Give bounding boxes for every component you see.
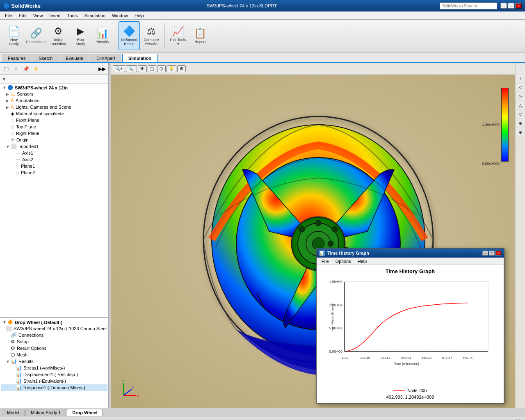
- tab-simulation[interactable]: Simulation: [122, 54, 158, 62]
- search-input[interactable]: [440, 2, 497, 9]
- tree2-results[interactable]: ▼ 📊 Results: [1, 358, 107, 365]
- close-button[interactable]: ✕: [515, 3, 522, 9]
- th-close-button[interactable]: ✕: [495, 251, 501, 256]
- tree-item-origin[interactable]: ✛ Origin: [1, 137, 107, 143]
- tree2-result-options[interactable]: ⚙ Result Options: [1, 345, 107, 352]
- minimize-button[interactable]: ─: [500, 3, 507, 9]
- th-maximize-button[interactable]: □: [489, 251, 495, 256]
- tree-item-axis2[interactable]: ― Axis2: [1, 156, 107, 163]
- tree2-displacement1[interactable]: 📊 Displacement1 (-Res disp-): [1, 371, 107, 378]
- lights-cameras-icon: A: [11, 104, 14, 110]
- vp-btn-1[interactable]: ⬚: [516, 65, 525, 73]
- time-history-titlebar: 📊 Time History Graph ─ □ ✕: [317, 249, 504, 258]
- tree-item-plane2[interactable]: ◇ Plane2: [1, 169, 107, 176]
- compare-results-button[interactable]: ⚖ Compare Results: [141, 21, 162, 50]
- th-menu-file[interactable]: File: [318, 258, 332, 264]
- tree2-material-label: SW3dPS-wheel 24 x 12in (-1023 Carbon Ste…: [14, 326, 108, 331]
- plot-tools-button[interactable]: 📈 Plot Tools ▾: [167, 21, 189, 50]
- menu-tools[interactable]: Tools: [64, 12, 81, 19]
- menu-window[interactable]: Window: [109, 12, 131, 19]
- tab-drop-wheel[interactable]: Drop Wheel: [67, 409, 103, 416]
- tree-item-imported1[interactable]: ▼ ⬜ Imported1: [1, 143, 107, 150]
- left-tool-4[interactable]: ⚡: [31, 64, 40, 73]
- tree2-mesh[interactable]: ⬡ Mesh: [1, 352, 107, 358]
- left-tool-3[interactable]: 📌: [21, 64, 30, 73]
- initial-condition-button[interactable]: ⚙ Initial Condition: [48, 21, 69, 50]
- tree2-setup[interactable]: ⚙ Setup: [1, 338, 107, 345]
- vp-btn-3[interactable]: ◁: [516, 83, 525, 91]
- th-menu-help[interactable]: Help: [354, 258, 370, 264]
- tree2-connections-label: Connections: [18, 333, 43, 338]
- tree-item-material[interactable]: ◈ Material <not specified>: [1, 110, 107, 117]
- stress1-icon: 📊: [16, 365, 22, 371]
- tree2-strain1[interactable]: 📊 Strain1 (-Equivalent-): [1, 378, 107, 384]
- tree2-root-label: Drop Wheel (-Default-): [15, 320, 62, 325]
- tree-root: ▼ 🔵 SW3dPS-wheel 24 x 12in: [1, 84, 107, 91]
- expand-root[interactable]: ▼: [2, 85, 7, 90]
- maximize-button[interactable]: □: [508, 3, 514, 9]
- th-legend: Node 2037: [393, 388, 428, 393]
- menu-edit[interactable]: Edit: [16, 12, 30, 19]
- displacement1-label: Displacement1 (-Res disp-): [23, 372, 78, 377]
- tree-item-axis1[interactable]: ― Axis1: [1, 150, 107, 156]
- vp-btn-7[interactable]: ⊕: [516, 119, 525, 127]
- tree2-root: ▼ 🔶 Drop Wheel (-Default-): [1, 319, 107, 325]
- tree-view-top: ▼ 🔵 SW3dPS-wheel 24 x 12in ▶ ⚠ Sensors ▶…: [0, 84, 108, 317]
- annotations-label: Annotations: [16, 98, 39, 103]
- tab-evaluate[interactable]: Evaluate: [59, 54, 89, 62]
- tree2-stress1[interactable]: 📊 Stress1 (-vonMises-): [1, 365, 107, 371]
- menu-simulation[interactable]: Simulation: [81, 12, 109, 19]
- tab-motion-study-1[interactable]: Motion Study 1: [25, 409, 66, 416]
- tab-sketch[interactable]: Sketch: [32, 54, 59, 62]
- viewport-right-toolbar: ⬚ ↕ ◁ ▷ △ ▽ ⊕ ⊗: [515, 63, 525, 408]
- svg-line-14: [123, 389, 132, 395]
- statusbar: SolidWorks Editing Part ?: [0, 417, 525, 420]
- vp-btn-2[interactable]: ↕: [516, 74, 525, 82]
- new-study-button[interactable]: 📄 New Study: [3, 21, 25, 50]
- tree2-results-label: Results: [18, 359, 34, 364]
- left-tool-2[interactable]: ≡: [11, 64, 21, 73]
- expand-root2[interactable]: ▼: [2, 320, 7, 324]
- connections-button[interactable]: 🔗 Connections: [25, 21, 47, 50]
- tree2-response1[interactable]: 📊 Response1 (-Time-von Mises-): [1, 384, 107, 391]
- th-minimize-button[interactable]: ─: [482, 251, 488, 256]
- tree-item-sensors[interactable]: ▶ ⚠ Sensors: [1, 91, 107, 97]
- svg-text:692.74: 692.74: [463, 356, 473, 360]
- menu-view[interactable]: View: [30, 12, 46, 19]
- content-area: ⬚ ≡ 📌 ⚡ ▶▶ ▼ ▼ 🔵 SW3dPS-wheel 24 x 12in …: [0, 63, 525, 408]
- menu-insert[interactable]: Insert: [46, 12, 64, 19]
- sensors-icon: ⚠: [11, 91, 15, 97]
- svg-text:1.50+09: 1.50+09: [329, 280, 342, 284]
- top-plane-icon: ◇: [11, 124, 14, 130]
- tree-item-top-plane[interactable]: ◇ Top Plane: [1, 123, 107, 130]
- deformed-result-button[interactable]: 🔷 Deformed Result: [119, 21, 140, 50]
- left-tool-1[interactable]: ⬚: [2, 64, 11, 73]
- vp-btn-8[interactable]: ⊗: [516, 128, 525, 136]
- material-label: Material <not specified>: [16, 111, 64, 116]
- menu-help[interactable]: Help: [131, 12, 147, 19]
- results-button[interactable]: 📊 Results: [92, 21, 113, 50]
- svg-point-7: [299, 226, 305, 232]
- tree-item-plane1[interactable]: ◇ Plane1: [1, 163, 107, 169]
- tab-model[interactable]: Model: [2, 409, 25, 416]
- tree-item-front-plane[interactable]: ◇ Front Plane: [1, 117, 107, 123]
- tab-dimxpert[interactable]: DimXpert: [90, 54, 121, 62]
- tree-item-right-plane[interactable]: ◇ Right Plane: [1, 130, 107, 137]
- vp-btn-4[interactable]: ▷: [516, 92, 525, 100]
- run-study-button[interactable]: ▶ Run Study: [70, 21, 91, 50]
- tab-features[interactable]: Features: [2, 54, 32, 62]
- tree-item-lights-cameras[interactable]: ▶ A Lights, Cameras and Scene: [1, 104, 107, 110]
- tree2-connections-icon: 🔗: [11, 332, 17, 338]
- svg-point-8: [315, 220, 321, 226]
- viewport[interactable]: 🔍+ 🔍- 👁 ⬚ ⬡ 💡 ⚙: [111, 63, 525, 408]
- th-menu-options[interactable]: Options: [332, 258, 354, 264]
- tree2-connections[interactable]: 🔗 Connections: [1, 332, 107, 338]
- left-tool-expand[interactable]: ▶▶: [98, 64, 107, 73]
- vp-btn-5[interactable]: △: [516, 101, 525, 109]
- report-button[interactable]: 📋 Report: [189, 21, 211, 50]
- tree2-setup-label: Setup: [17, 339, 29, 344]
- vp-btn-6[interactable]: ▽: [516, 110, 525, 118]
- tree-item-annotations[interactable]: ▶ A Annotations: [1, 97, 107, 104]
- tree2-material-spec[interactable]: ⬜ SW3dPS-wheel 24 x 12in (-1023 Carbon S…: [1, 325, 107, 332]
- menu-file[interactable]: File: [2, 12, 16, 19]
